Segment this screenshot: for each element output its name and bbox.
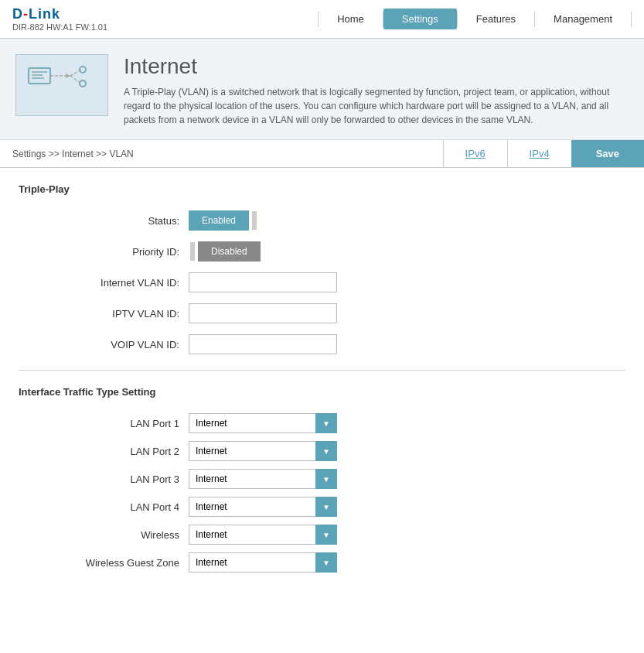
port-row-3: LAN Port 4InternetIPTVVoIP (19, 497, 625, 517)
port-select-3[interactable]: InternetIPTVVoIP (189, 497, 337, 517)
status-enabled-btn[interactable]: Enabled (189, 210, 249, 231)
port-row-5: Wireless Guest ZoneInternetIPTVVoIP (19, 552, 625, 573)
toggle-spacer (190, 242, 195, 261)
svg-marker-5 (66, 74, 70, 78)
port-select-2[interactable]: InternetIPTVVoIP (189, 469, 337, 489)
port-label-5: Wireless Guest Zone (19, 557, 189, 569)
svg-point-9 (80, 80, 86, 87)
logo-model: DIR-882 HW:A1 FW:1.01 (12, 22, 107, 32)
port-row-0: LAN Port 1InternetIPTVVoIP (19, 413, 625, 433)
nav-features[interactable]: Features (458, 9, 534, 29)
port-label-0: LAN Port 1 (19, 418, 189, 429)
internet-vlan-input-wrap (189, 272, 374, 292)
port-rows: LAN Port 1InternetIPTVVoIPLAN Port 2Inte… (19, 413, 625, 573)
tab-ipv4[interactable]: IPv4 (507, 140, 571, 167)
breadcrumb: Settings >> Internet >> VLAN (0, 140, 443, 167)
tab-bar: Settings >> Internet >> VLAN IPv6 IPv4 S… (0, 140, 644, 168)
content: Triple-Play Status: Enabled Priority ID:… (0, 168, 644, 596)
port-select-0[interactable]: InternetIPTVVoIP (189, 413, 337, 433)
interface-traffic-title: Interface Traffic Type Setting (19, 386, 625, 398)
toggle-spacer (252, 211, 257, 230)
nav-home[interactable]: Home (319, 9, 383, 29)
voip-vlan-input-wrap (189, 334, 374, 354)
page-description: A Triple-Play (VLAN) is a switched netwo… (124, 85, 629, 127)
page-title-area: Internet A Triple-Play (VLAN) is a switc… (124, 54, 629, 127)
priority-disabled-btn[interactable]: Disabled (198, 241, 261, 262)
internet-vlan-label: Internet VLAN ID: (19, 277, 189, 289)
nav-management[interactable]: Management (535, 9, 631, 29)
page-title: Internet (124, 54, 629, 79)
internet-vlan-input[interactable] (189, 272, 337, 292)
port-select-wrapper-3: InternetIPTVVoIP (189, 497, 337, 517)
status-toggle: Enabled (189, 210, 374, 231)
port-label-4: Wireless (19, 529, 189, 541)
port-label-2: LAN Port 3 (19, 474, 189, 485)
port-select-wrapper-0: InternetIPTVVoIP (189, 413, 337, 433)
nav-settings[interactable]: Settings (383, 9, 457, 29)
port-select-wrapper-4: InternetIPTVVoIP (189, 525, 337, 545)
port-select-5[interactable]: InternetIPTVVoIP (189, 552, 337, 573)
priority-id-label: Priority ID: (19, 246, 189, 258)
voip-vlan-input[interactable] (189, 334, 337, 354)
voip-vlan-row: VOIP VLAN ID: (19, 334, 625, 354)
header: D-Link DIR-882 HW:A1 FW:1.01 Home Settin… (0, 0, 644, 39)
section-divider (19, 370, 625, 371)
port-select-4[interactable]: InternetIPTVVoIP (189, 525, 337, 545)
port-select-wrapper-5: InternetIPTVVoIP (189, 552, 337, 573)
port-select-1[interactable]: InternetIPTVVoIP (189, 441, 337, 461)
port-select-wrapper-1: InternetIPTVVoIP (189, 441, 337, 461)
iptv-vlan-input-wrap (189, 303, 374, 323)
main-nav: Home Settings Features Management (318, 9, 632, 29)
iptv-vlan-input[interactable] (189, 303, 337, 323)
page-icon (15, 54, 108, 116)
internet-vlan-row: Internet VLAN ID: (19, 272, 625, 292)
tab-ipv6[interactable]: IPv6 (443, 140, 507, 167)
voip-vlan-label: VOIP VLAN ID: (19, 339, 189, 350)
nav-divider (631, 12, 632, 27)
port-select-wrapper-2: InternetIPTVVoIP (189, 469, 337, 489)
port-row-2: LAN Port 3InternetIPTVVoIP (19, 469, 625, 489)
triple-play-title: Triple-Play (19, 183, 625, 195)
port-row-4: WirelessInternetIPTVVoIP (19, 525, 625, 545)
svg-rect-0 (29, 68, 50, 84)
status-label: Status: (19, 215, 189, 227)
port-label-3: LAN Port 4 (19, 501, 189, 513)
port-label-1: LAN Port 2 (19, 446, 189, 457)
logo-brand: D-Link (12, 6, 107, 22)
logo-area: D-Link DIR-882 HW:A1 FW:1.01 (12, 6, 107, 32)
iptv-vlan-row: IPTV VLAN ID: (19, 303, 625, 323)
iptv-vlan-label: IPTV VLAN ID: (19, 308, 189, 320)
save-button[interactable]: Save (571, 140, 644, 167)
port-row-1: LAN Port 2InternetIPTVVoIP (19, 441, 625, 461)
page-header: Internet A Triple-Play (VLAN) is a switc… (0, 39, 644, 140)
priority-id-row: Priority ID: Disabled (19, 241, 625, 262)
status-row: Status: Enabled (19, 210, 625, 231)
priority-id-toggle: Disabled (189, 241, 374, 262)
